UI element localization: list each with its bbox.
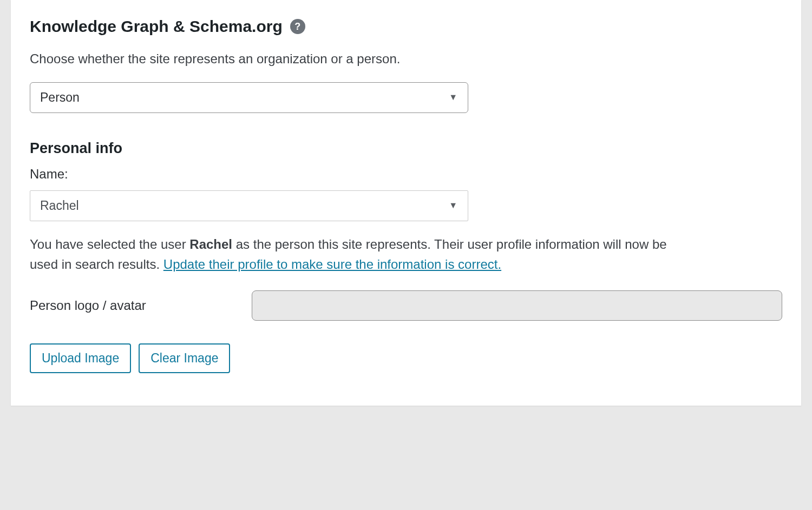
avatar-label: Person logo / avatar xyxy=(30,298,246,313)
button-row: Upload Image Clear Image xyxy=(30,343,782,373)
name-label: Name: xyxy=(30,167,782,182)
update-profile-link[interactable]: Update their profile to make sure the in… xyxy=(163,257,501,271)
settings-panel: Knowledge Graph & Schema.org ? Choose wh… xyxy=(11,0,801,406)
profile-info-text: You have selected the user Rachel as the… xyxy=(30,234,669,274)
entity-type-value: Person xyxy=(40,90,80,104)
section-title-text: Knowledge Graph & Schema.org xyxy=(30,17,283,36)
section-title: Knowledge Graph & Schema.org ? xyxy=(30,17,782,36)
entity-type-select[interactable]: Person xyxy=(30,82,468,113)
info-bold-name: Rachel xyxy=(189,237,232,251)
info-prefix: You have selected the user xyxy=(30,237,189,251)
name-select-wrap: Rachel ▼ xyxy=(30,190,468,221)
entity-type-select-wrap: Person ▼ xyxy=(30,82,468,113)
section-description: Choose whether the site represents an or… xyxy=(30,50,782,68)
name-value: Rachel xyxy=(40,198,79,213)
name-select[interactable]: Rachel xyxy=(30,190,468,221)
help-icon[interactable]: ? xyxy=(290,19,305,34)
clear-image-button[interactable]: Clear Image xyxy=(139,343,230,373)
avatar-row: Person logo / avatar xyxy=(30,290,782,321)
upload-image-button[interactable]: Upload Image xyxy=(30,343,131,373)
avatar-input[interactable] xyxy=(252,290,782,321)
personal-info-heading: Personal info xyxy=(30,140,782,157)
